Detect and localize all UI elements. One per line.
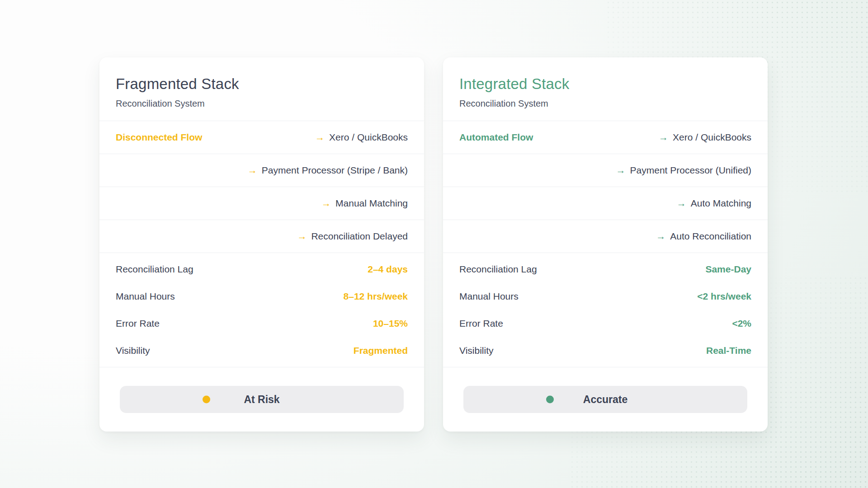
- stat-label: Visibility: [459, 345, 493, 356]
- card-subtitle: Reconciliation System: [116, 99, 408, 109]
- arrow-right-icon: →: [616, 165, 626, 176]
- card-header: Fragmented Stack Reconciliation System: [99, 57, 424, 121]
- flow-step-row: → Payment Processor (Unified): [443, 154, 768, 187]
- flow-step-row: → Payment Processor (Stripe / Bank): [99, 154, 424, 187]
- page-background: { "icons": { "arrow": "→" }, "colors": {…: [0, 0, 868, 488]
- flow-step-row: Disconnected Flow → Xero / QuickBooks: [99, 121, 424, 154]
- flow-step: → Auto Matching: [677, 198, 751, 209]
- stat-value: 2–4 days: [368, 264, 408, 275]
- arrow-right-icon: →: [297, 231, 307, 242]
- flow-step-row: Automated Flow → Xero / QuickBooks: [443, 121, 768, 154]
- stat-label: Error Rate: [459, 318, 503, 329]
- flow-step-row: → Auto Reconciliation: [443, 220, 768, 253]
- flow-step-text: Payment Processor (Unified): [630, 165, 751, 176]
- status-dot: [203, 396, 210, 404]
- status-label: At Risk: [244, 394, 279, 406]
- flow-label: Automated Flow: [459, 132, 533, 143]
- stat-value: 10–15%: [373, 318, 408, 329]
- card-title: Integrated Stack: [459, 75, 751, 93]
- flow-step-row: → Reconciliation Delayed: [99, 220, 424, 253]
- stats-section: Reconciliation Lag Same-Day Manual Hours…: [443, 253, 768, 367]
- stat-label: Manual Hours: [459, 291, 519, 302]
- status-badge: At Risk: [120, 386, 404, 413]
- stat-label: Reconciliation Lag: [459, 264, 537, 275]
- stat-value: 8–12 hrs/week: [344, 291, 408, 302]
- status-badge: Accurate: [463, 386, 747, 413]
- stat-value: Real-Time: [706, 345, 751, 356]
- status-label: Accurate: [583, 394, 627, 406]
- integrated-stack-card: Integrated Stack Reconciliation System A…: [443, 57, 768, 432]
- stat-value: Same-Day: [705, 264, 751, 275]
- stat-label: Manual Hours: [116, 291, 175, 302]
- flow-step-text: Xero / QuickBooks: [673, 132, 751, 143]
- arrow-right-icon: →: [656, 231, 665, 242]
- flow-step-text: Xero / QuickBooks: [329, 132, 408, 143]
- flow-step: → Xero / QuickBooks: [315, 132, 408, 143]
- arrow-right-icon: →: [321, 198, 331, 209]
- stat-row: Error Rate 10–15%: [116, 310, 408, 337]
- flow-step-text: Auto Matching: [691, 198, 751, 209]
- stat-row: Error Rate <2%: [459, 310, 751, 337]
- card-header: Integrated Stack Reconciliation System: [443, 57, 768, 121]
- stat-row: Reconciliation Lag Same-Day: [459, 256, 751, 283]
- arrow-right-icon: →: [248, 165, 257, 176]
- card-subtitle: Reconciliation System: [459, 99, 751, 109]
- stat-row: Manual Hours 8–12 hrs/week: [116, 283, 408, 310]
- flow-step: → Payment Processor (Unified): [616, 165, 751, 176]
- badge-section: At Risk: [99, 367, 424, 432]
- flow-step-text: Auto Reconciliation: [670, 231, 751, 242]
- flow-label: Disconnected Flow: [116, 132, 202, 143]
- arrow-right-icon: →: [315, 132, 325, 143]
- flow-step-row: → Auto Matching: [443, 187, 768, 220]
- stats-section: Reconciliation Lag 2–4 days Manual Hours…: [99, 253, 424, 367]
- flow-step-text: Manual Matching: [335, 198, 408, 209]
- badge-section: Accurate: [443, 367, 768, 432]
- fragmented-stack-card: Fragmented Stack Reconciliation System D…: [99, 57, 424, 432]
- flow-step-text: Payment Processor (Stripe / Bank): [262, 165, 408, 176]
- flow-step: → Xero / QuickBooks: [659, 132, 751, 143]
- flow-step-text: Reconciliation Delayed: [311, 231, 408, 242]
- stat-value: Fragmented: [354, 345, 408, 356]
- flow-step: → Manual Matching: [321, 198, 408, 209]
- stat-row: Visibility Fragmented: [116, 337, 408, 364]
- arrow-right-icon: →: [659, 132, 668, 143]
- stat-label: Visibility: [116, 345, 150, 356]
- arrow-right-icon: →: [677, 198, 686, 209]
- stat-row: Reconciliation Lag 2–4 days: [116, 256, 408, 283]
- stat-row: Visibility Real-Time: [459, 337, 751, 364]
- comparison-cards-container: Fragmented Stack Reconciliation System D…: [99, 57, 768, 432]
- stat-value: <2%: [732, 318, 751, 329]
- stat-label: Error Rate: [116, 318, 160, 329]
- flow-step: → Reconciliation Delayed: [297, 231, 408, 242]
- status-dot: [546, 396, 554, 404]
- flow-step: → Payment Processor (Stripe / Bank): [248, 165, 408, 176]
- stat-label: Reconciliation Lag: [116, 264, 193, 275]
- flow-step-row: → Manual Matching: [99, 187, 424, 220]
- flow-step: → Auto Reconciliation: [656, 231, 751, 242]
- stat-value: <2 hrs/week: [697, 291, 751, 302]
- card-title: Fragmented Stack: [116, 75, 408, 93]
- stat-row: Manual Hours <2 hrs/week: [459, 283, 751, 310]
